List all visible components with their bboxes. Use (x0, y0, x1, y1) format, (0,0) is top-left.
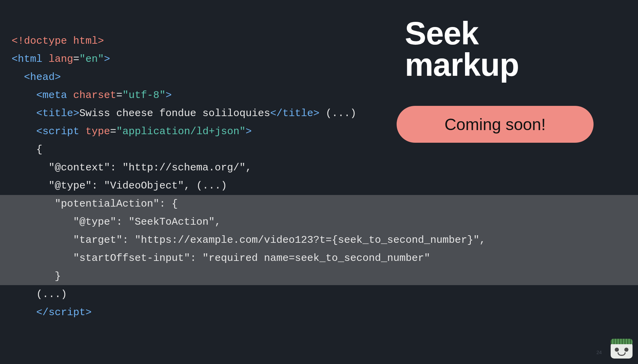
title-close-bracket: > (73, 108, 79, 119)
head-open-bracket: < (24, 71, 30, 83)
script-end-open: </ (36, 307, 49, 318)
html-close-bracket: > (104, 53, 110, 65)
space (42, 53, 49, 65)
script-end-tag: script (49, 307, 85, 318)
code-block: <!doctype html> <html lang="en"> <head> … (12, 32, 486, 322)
equals: = (73, 53, 79, 65)
slide-number: 24 (596, 350, 602, 355)
json-potential-action: "potentialAction": { (36, 198, 178, 210)
head-tag: head (30, 71, 55, 83)
lang-value: "en" (79, 53, 104, 65)
meta-close-bracket: > (165, 89, 172, 101)
json-ellipsis: (...) (36, 289, 67, 300)
equals: = (110, 126, 116, 137)
script-tag: script (42, 126, 79, 137)
title-ellipsis: (...) (319, 108, 356, 119)
script-close-bracket: > (245, 126, 252, 137)
json-start-offset: "startOffset-input": "required name=seek… (36, 252, 430, 264)
title-end-close: > (313, 108, 319, 119)
meta-open-bracket: < (36, 89, 42, 101)
charset-value: "utf-8" (122, 89, 165, 101)
title-end-tag: title (282, 108, 313, 119)
json-type: "@type": "VideoObject", (...) (36, 180, 227, 192)
json-action-type: "@type": "SeekToAction", (36, 216, 221, 228)
json-open-brace: { (36, 144, 42, 155)
title-open-bracket: < (36, 108, 42, 119)
script-open-bracket: < (36, 126, 42, 137)
json-target: "target": "https://example.com/video123?… (36, 234, 486, 246)
script-end-close: > (85, 307, 92, 318)
space (67, 89, 73, 101)
html-tag: html (18, 53, 42, 65)
bot-icon (610, 339, 633, 359)
type-attr: type (85, 126, 110, 137)
doctype: <!doctype html> (12, 35, 104, 47)
equals: = (116, 89, 122, 101)
json-close-action: } (36, 270, 61, 282)
title-tag: title (42, 108, 73, 119)
title-end-open: </ (270, 108, 282, 119)
title-text: Swiss cheese fondue soliloquies (79, 108, 270, 119)
lang-attr: lang (49, 53, 73, 65)
json-context: "@context": "http://schema.org/", (36, 162, 252, 173)
type-value: "application/ld+json" (116, 126, 245, 137)
html-open-bracket: < (12, 53, 18, 65)
space (79, 126, 85, 137)
head-close-bracket: > (55, 71, 61, 83)
charset-attr: charset (73, 89, 116, 101)
meta-tag: meta (42, 89, 67, 101)
